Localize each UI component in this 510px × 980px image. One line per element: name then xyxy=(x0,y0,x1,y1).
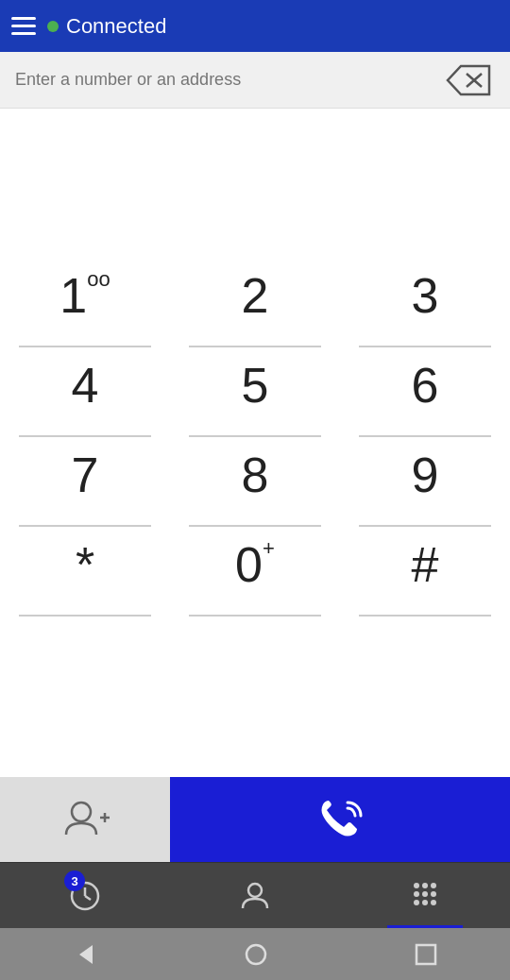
svg-point-12 xyxy=(431,883,436,888)
nav-item-contacts[interactable] xyxy=(217,863,293,928)
dialpad: 1oo 2 3 4 5 6 7 xyxy=(0,109,510,777)
search-input[interactable] xyxy=(15,70,434,90)
search-bar xyxy=(0,52,510,109)
dial-key-2[interactable]: 2 xyxy=(189,269,321,347)
svg-point-13 xyxy=(414,891,419,897)
svg-marker-19 xyxy=(79,945,93,964)
add-contact-button[interactable] xyxy=(0,777,170,862)
svg-point-3 xyxy=(72,803,91,821)
svg-point-10 xyxy=(414,883,419,888)
svg-point-18 xyxy=(431,900,436,905)
connection-status: Connected xyxy=(47,14,166,39)
dial-key-1[interactable]: 1oo xyxy=(19,269,151,347)
svg-marker-0 xyxy=(448,66,489,94)
dialpad-row-2: 4 5 6 xyxy=(0,359,510,437)
dial-key-hash[interactable]: # xyxy=(359,538,491,617)
svg-point-14 xyxy=(422,891,428,897)
home-icon xyxy=(243,941,269,968)
status-text: Connected xyxy=(66,14,166,39)
person-icon xyxy=(239,880,271,912)
dial-key-3[interactable]: 3 xyxy=(359,269,491,347)
svg-point-17 xyxy=(422,900,428,905)
nav-item-dialpad[interactable] xyxy=(387,863,463,928)
menu-icon[interactable] xyxy=(11,17,36,35)
stop-icon xyxy=(414,942,438,967)
nav-item-recents[interactable]: 3 xyxy=(47,863,123,928)
call-button[interactable] xyxy=(170,777,510,862)
dial-key-8[interactable]: 8 xyxy=(189,448,321,527)
action-bar xyxy=(0,777,510,862)
backspace-icon xyxy=(446,64,491,96)
home-button[interactable] xyxy=(243,941,269,968)
svg-line-8 xyxy=(85,896,91,900)
nav-bar: 3 xyxy=(0,862,510,928)
dial-key-6[interactable]: 6 xyxy=(359,359,491,437)
system-nav xyxy=(0,928,510,980)
status-dot xyxy=(47,21,59,32)
dial-key-9[interactable]: 9 xyxy=(359,448,491,527)
back-icon xyxy=(72,941,98,968)
svg-point-16 xyxy=(414,900,419,905)
dialpad-row-4: * 0+ # xyxy=(0,538,510,617)
dial-key-star[interactable]: * xyxy=(19,538,151,617)
svg-point-20 xyxy=(246,945,265,964)
dial-key-5[interactable]: 5 xyxy=(189,359,321,437)
dial-key-0[interactable]: 0+ xyxy=(189,538,321,617)
dialpad-row-1: 1oo 2 3 xyxy=(0,269,510,347)
recents-badge: 3 xyxy=(64,870,85,891)
stop-button[interactable] xyxy=(414,942,438,967)
dialpad-icon xyxy=(409,878,441,910)
dialpad-row-3: 7 8 9 xyxy=(0,448,510,527)
back-button[interactable] xyxy=(72,941,98,968)
svg-point-11 xyxy=(422,883,428,888)
backspace-button[interactable] xyxy=(442,60,495,100)
svg-rect-21 xyxy=(416,945,435,964)
svg-point-9 xyxy=(248,884,262,897)
header: Connected xyxy=(0,0,510,52)
svg-point-15 xyxy=(431,891,436,897)
dial-key-4[interactable]: 4 xyxy=(19,359,151,437)
call-icon-svg xyxy=(315,793,365,842)
add-contact-icon xyxy=(60,795,110,844)
dial-key-7[interactable]: 7 xyxy=(19,448,151,527)
